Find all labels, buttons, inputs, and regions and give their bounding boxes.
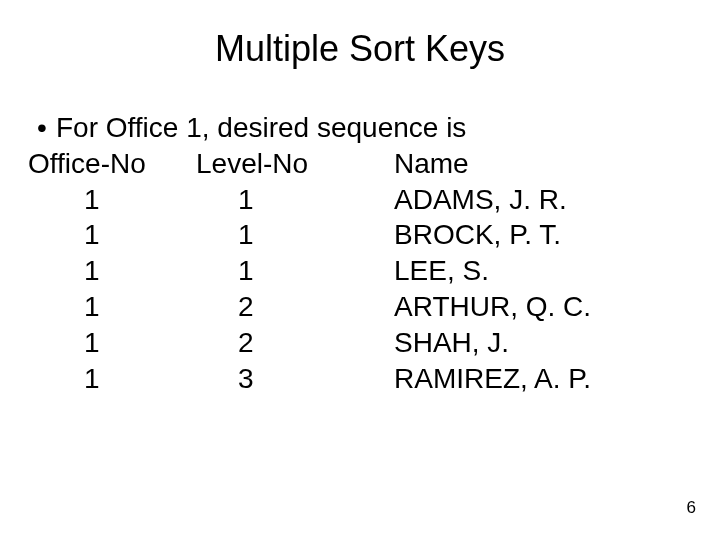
cell-name: BROCK, P. T. [350,217,561,253]
cell-name: ADAMS, J. R. [350,182,567,218]
cell-level: 3 [162,361,350,397]
slide-body: • For Office 1, desired sequence is Offi… [28,110,720,397]
cell-level: 1 [162,182,350,218]
cell-level: 1 [162,253,350,289]
table-row: 1 1 ADAMS, J. R. [28,182,720,218]
cell-office: 1 [28,325,162,361]
cell-level: 2 [162,289,350,325]
cell-name: LEE, S. [350,253,489,289]
table-header-row: Office-No Level-No Name [28,146,720,182]
bullet-line: • For Office 1, desired sequence is [28,110,720,146]
table-row: 1 1 LEE, S. [28,253,720,289]
cell-name: SHAH, J. [350,325,509,361]
page-number: 6 [687,498,696,518]
table-row: 1 1 BROCK, P. T. [28,217,720,253]
table-row: 1 2 SHAH, J. [28,325,720,361]
bullet-dot-icon: • [28,110,56,146]
header-office: Office-No [28,146,196,182]
table-row: 1 3 RAMIREZ, A. P. [28,361,720,397]
cell-name: ARTHUR, Q. C. [350,289,591,325]
cell-office: 1 [28,217,162,253]
slide-title: Multiple Sort Keys [0,28,720,70]
bullet-text: For Office 1, desired sequence is [56,110,466,146]
cell-level: 1 [162,217,350,253]
cell-office: 1 [28,289,162,325]
cell-name: RAMIREZ, A. P. [350,361,591,397]
header-name: Name [394,146,469,182]
header-level: Level-No [196,146,394,182]
cell-level: 2 [162,325,350,361]
cell-office: 1 [28,182,162,218]
cell-office: 1 [28,361,162,397]
cell-office: 1 [28,253,162,289]
table-row: 1 2 ARTHUR, Q. C. [28,289,720,325]
